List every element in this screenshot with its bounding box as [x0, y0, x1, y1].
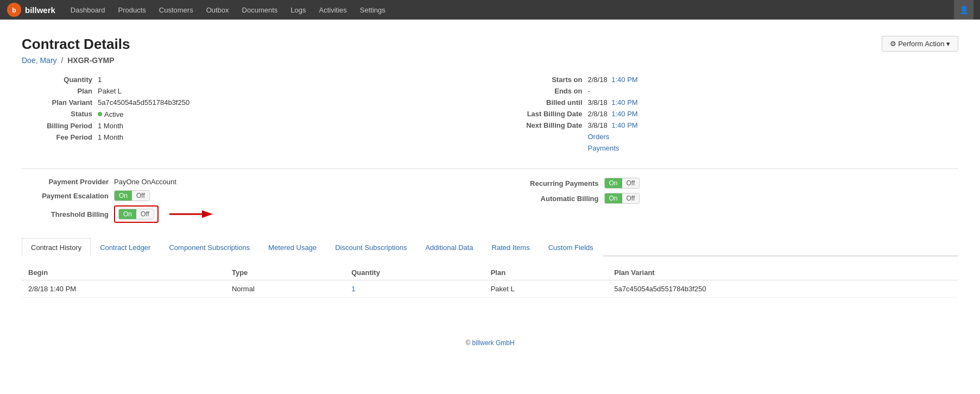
nav-documents[interactable]: Documents	[236, 0, 284, 20]
recurring-payments-off[interactable]: Off	[622, 178, 640, 188]
threshold-billing-toggle-box: On Off	[114, 205, 159, 223]
automatic-billing-off[interactable]: Off	[622, 193, 640, 203]
nav-outbox[interactable]: Outbox	[200, 0, 236, 20]
orders-row: Orders	[512, 133, 959, 141]
payment-escalation-off[interactable]: Off	[132, 191, 149, 201]
red-arrow-icon	[169, 206, 213, 222]
cell-begin: 2/8/18 1:40 PM	[22, 280, 225, 298]
next-billing-label: Next Billing Date	[512, 121, 583, 129]
payment-escalation-label: Payment Escalation	[22, 192, 109, 200]
payment-grid: Payment Provider PayOne OnAccount Paymen…	[22, 178, 958, 227]
fee-period-row: Fee Period 1 Month	[22, 133, 469, 141]
page-title: Contract Details	[22, 36, 130, 53]
status-value: Active	[98, 110, 123, 118]
threshold-billing-off[interactable]: Off	[136, 209, 154, 219]
threshold-wrapper: On Off	[114, 205, 213, 223]
perform-action-button[interactable]: ⚙ Perform Action ▾	[882, 36, 958, 52]
tabs-container: Contract History Contract Ledger Compone…	[22, 238, 958, 257]
recurring-payments-label: Recurring Payments	[512, 179, 599, 187]
tab-rated-items[interactable]: Rated Items	[483, 238, 539, 257]
plan-row: Plan Paket L	[22, 87, 469, 95]
recurring-payments-toggle: On Off	[604, 178, 640, 189]
threshold-billing-on[interactable]: On	[119, 209, 136, 219]
breadcrumb-link[interactable]: Doe, Mary	[22, 56, 57, 65]
payment-provider-row: Payment Provider PayOne OnAccount	[22, 178, 469, 186]
col-type: Type	[225, 265, 345, 280]
last-billing-date: 2/8/18	[588, 110, 608, 118]
quantity-row: Quantity 1	[22, 76, 469, 84]
payment-provider-value: PayOne OnAccount	[114, 178, 176, 186]
tab-component-subscriptions[interactable]: Component Subscriptions	[160, 238, 259, 257]
status-text: Active	[104, 110, 123, 118]
user-menu-button[interactable]: 👤	[954, 0, 973, 20]
billed-until-value: 3/8/18 1:40 PM	[588, 98, 638, 107]
table-body: 2/8/18 1:40 PM Normal 1 Paket L 5a7c4505…	[22, 280, 958, 298]
status-active-indicator: Active	[98, 110, 123, 118]
ends-on-label: Ends on	[512, 87, 583, 95]
payments-link[interactable]: Payments	[588, 144, 619, 152]
nav-customers[interactable]: Customers	[153, 0, 200, 20]
automatic-billing-on[interactable]: On	[605, 193, 622, 203]
billed-until-date: 3/8/18	[588, 98, 608, 107]
page-header-left: Contract Details Doe, Mary / HXGR-GYMP	[22, 36, 130, 76]
payment-provider-label: Payment Provider	[22, 178, 109, 186]
plan-variant-label: Plan Variant	[22, 98, 92, 107]
nav-activities[interactable]: Activities	[313, 0, 353, 20]
nav-dashboard[interactable]: Dashboard	[64, 0, 112, 20]
billing-period-row: Billing Period 1 Month	[22, 122, 469, 130]
col-begin: Begin	[22, 265, 225, 280]
last-billing-label: Last Billing Date	[512, 110, 583, 118]
status-dot	[98, 112, 102, 116]
footer-copyright: © billwerk GmbH	[465, 339, 514, 347]
automatic-billing-toggle: On Off	[604, 193, 640, 204]
col-quantity: Quantity	[345, 265, 484, 280]
contract-details-section: Quantity 1 Plan Paket L Plan Variant 5a7…	[22, 76, 958, 155]
contract-history-table: Begin Type Quantity Plan Plan Variant 2/…	[22, 265, 958, 298]
starts-on-label: Starts on	[512, 76, 583, 84]
tab-metered-usage[interactable]: Metered Usage	[259, 238, 326, 257]
status-label: Status	[22, 110, 92, 118]
quantity-value: 1	[98, 76, 102, 84]
tab-custom-fields[interactable]: Custom Fields	[539, 238, 603, 257]
plan-variant-row: Plan Variant 5a7c45054a5d551784b3f250	[22, 98, 469, 107]
next-billing-date: 3/8/18	[588, 121, 608, 129]
tab-additional-data[interactable]: Additional Data	[416, 238, 482, 257]
last-billing-value: 2/8/18 1:40 PM	[588, 110, 638, 118]
threshold-billing-toggle: On Off	[118, 209, 154, 220]
starts-on-date: 2/8/18	[588, 76, 608, 84]
nav-settings[interactable]: Settings	[353, 0, 392, 20]
contract-details-left: Quantity 1 Plan Paket L Plan Variant 5a7…	[22, 76, 469, 155]
plan-label: Plan	[22, 87, 92, 95]
recurring-payments-on[interactable]: On	[605, 178, 622, 188]
status-row: Status Active	[22, 110, 469, 118]
starts-on-row: Starts on 2/8/18 1:40 PM	[512, 76, 959, 84]
next-billing-time: 1:40 PM	[611, 121, 637, 129]
table-head: Begin Type Quantity Plan Plan Variant	[22, 265, 958, 280]
svg-marker-3	[202, 210, 213, 218]
next-billing-row: Next Billing Date 3/8/18 1:40 PM	[512, 121, 959, 129]
nav-products[interactable]: Products	[111, 0, 152, 20]
plan-variant-value: 5a7c45054a5d551784b3f250	[98, 98, 189, 107]
page-header-row: Contract Details Doe, Mary / HXGR-GYMP ⚙…	[22, 36, 958, 76]
col-plan-variant: Plan Variant	[608, 265, 958, 280]
breadcrumb-current: HXGR-GYMP	[67, 56, 114, 65]
brand: b billwerk	[7, 2, 55, 17]
quantity-label: Quantity	[22, 76, 92, 84]
svg-text:b: b	[12, 7, 16, 14]
footer-link[interactable]: billwerk GmbH	[472, 339, 515, 347]
contract-details-right: Starts on 2/8/18 1:40 PM Ends on - Bille…	[490, 76, 959, 155]
navbar: b billwerk Dashboard Products Customers …	[0, 0, 980, 20]
tab-discount-subscriptions[interactable]: Discount Subscriptions	[326, 238, 416, 257]
tab-contract-ledger[interactable]: Contract Ledger	[91, 238, 160, 257]
cell-type: Normal	[225, 280, 345, 298]
table-row: 2/8/18 1:40 PM Normal 1 Paket L 5a7c4505…	[22, 280, 958, 298]
col-plan: Plan	[484, 265, 608, 280]
cell-quantity: 1	[345, 280, 484, 298]
threshold-billing-row: Threshold Billing On Off	[22, 205, 469, 223]
tab-contract-history[interactable]: Contract History	[22, 238, 91, 257]
brand-logo-icon: b	[7, 2, 22, 17]
orders-link[interactable]: Orders	[588, 133, 610, 141]
brand-name: billwerk	[25, 5, 55, 15]
payment-escalation-on[interactable]: On	[115, 191, 132, 201]
nav-logs[interactable]: Logs	[284, 0, 312, 20]
